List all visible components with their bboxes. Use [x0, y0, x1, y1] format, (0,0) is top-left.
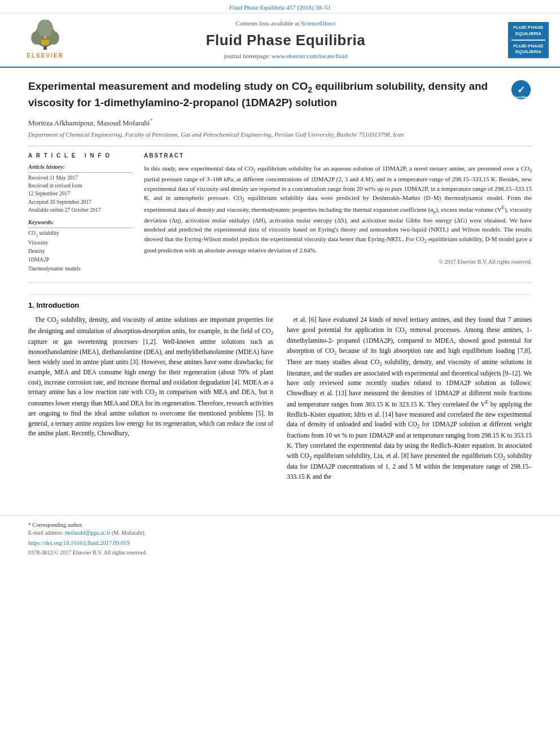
- footer: * Corresponding author. E-mail address: …: [0, 515, 560, 562]
- svg-rect-5: [41, 40, 49, 45]
- journal-bar: Fluid Phase Equilibria 457 (2018) 38–51: [0, 0, 560, 14]
- paper-title: Experimental measurement and modeling st…: [28, 79, 505, 110]
- header: ELSEVIER Contents lists available at Sci…: [0, 14, 560, 67]
- header-center: Contents lists available at ScienceDirec…: [85, 19, 487, 60]
- homepage-link[interactable]: www.elsevier.com/locate/fluid: [272, 53, 347, 59]
- introduction-section: 1. Introduction The CO2 solubility, dens…: [28, 294, 532, 487]
- article-info-col: A R T I C L E I N F O Article history: R…: [28, 152, 133, 273]
- homepage-text: journal homepage:: [224, 53, 272, 59]
- abstract-divider: [28, 282, 532, 283]
- article-history-label: Article history:: [28, 163, 133, 173]
- received-date: Received 11 May 2017: [28, 174, 133, 182]
- copyright-line: © 2017 Elsevier B.V. All rights reserved…: [144, 258, 532, 267]
- abstract-text: In this study, new experimental data of …: [144, 164, 532, 255]
- email-link[interactable]: mofarahi@pgu.ac.ir: [65, 530, 110, 536]
- intro-body: The CO2 solubility, density, and viscosi…: [28, 315, 532, 487]
- svg-text:✓: ✓: [517, 84, 525, 95]
- available-date: Available online 27 October 2017: [28, 206, 133, 214]
- fluid-phase-box: FLUID PHASEEQUILIBRIA▬▬▬▬▬▬▬▬▬▬FLUID PHA…: [508, 22, 549, 58]
- corresponding-label: * Corresponding author.: [28, 522, 83, 528]
- elsevier-logo: ELSEVIER: [11, 20, 79, 60]
- email-suffix: (M. Mofarahi).: [112, 530, 146, 536]
- elsevier-logo-area: ELSEVIER: [11, 20, 85, 60]
- intro-num: 1.: [28, 301, 34, 309]
- intro-label: Introduction: [36, 301, 79, 309]
- author-names: Morteza Afkhamipour, Masoud Mofarahi*: [28, 119, 152, 127]
- title-divider: [28, 146, 532, 146]
- abstract-label: ABSTRACT: [144, 152, 532, 160]
- contents-text: Contents lists available at: [235, 20, 300, 27]
- fluid-phase-logo-area: FLUID PHASEEQUILIBRIA▬▬▬▬▬▬▬▬▬▬FLUID PHA…: [487, 22, 549, 58]
- svg-text:CrossMark: CrossMark: [513, 95, 530, 99]
- intro-para2: et al. [6] have evaluated 24 kinds of no…: [287, 315, 532, 482]
- homepage-line: journal homepage: www.elsevier.com/locat…: [85, 52, 487, 60]
- svg-point-4: [37, 20, 53, 37]
- elsevier-label: ELSEVIER: [27, 52, 63, 60]
- intro-col2: et al. [6] have evaluated 24 kinds of no…: [287, 315, 532, 487]
- svg-rect-6: [43, 38, 47, 40]
- article-dates: Received 11 May 2017 Received in revised…: [28, 174, 133, 214]
- journal-title: Fluid Phase Equilibria: [85, 30, 487, 50]
- keywords-label: Keywords:: [28, 219, 133, 228]
- corresponding-note: * Corresponding author.: [28, 521, 532, 529]
- crossmark-icon: ✓ CrossMark: [510, 79, 532, 101]
- keywords-list: CO2 solubility Viscosity Density 1DMA2P …: [28, 229, 133, 273]
- issn-line: 0378-3812/© 2017 Elsevier B.V. All right…: [28, 549, 532, 557]
- keyword-co2: CO2 solubility: [28, 229, 133, 239]
- paper-content: Experimental measurement and modeling st…: [0, 68, 560, 498]
- accepted-date: Accepted 20 September 2017: [28, 198, 133, 206]
- doi-link[interactable]: https://doi.org/10.1016/j.fluid.2017.09.…: [28, 539, 532, 548]
- sciencedirect-link[interactable]: ScienceDirect: [301, 20, 336, 27]
- abstract-col: ABSTRACT In this study, new experimental…: [144, 152, 532, 273]
- received-revised-label: Received in revised form: [28, 182, 133, 190]
- journal-citation: Fluid Phase Equilibria 457 (2018) 38–51: [229, 4, 331, 11]
- authors: Morteza Afkhamipour, Masoud Mofarahi*: [28, 116, 532, 128]
- intro-title: 1. Introduction: [28, 300, 532, 311]
- intro-para1: The CO2 solubility, density, and viscosi…: [28, 315, 273, 439]
- contents-line: Contents lists available at ScienceDirec…: [85, 19, 487, 28]
- article-info-label: A R T I C L E I N F O: [28, 152, 133, 160]
- revised-date: 12 September 2017: [28, 190, 133, 198]
- email-label: E-mail address:: [28, 530, 65, 536]
- article-info-abstract-row: A R T I C L E I N F O Article history: R…: [28, 152, 532, 273]
- intro-col1: The CO2 solubility, density, and viscosi…: [28, 315, 273, 487]
- elsevier-tree-icon: [20, 20, 71, 51]
- email-line: E-mail address: mofarahi@pgu.ac.ir (M. M…: [28, 529, 532, 537]
- keyword-viscosity: Viscosity: [28, 239, 133, 247]
- paper-title-area: Experimental measurement and modeling st…: [28, 79, 532, 110]
- affiliation: Department of Chemical Engineering, Facu…: [28, 130, 532, 139]
- keyword-thermo: Thermodynamic models: [28, 265, 133, 273]
- keyword-density: Density: [28, 247, 133, 256]
- keyword-1dma2p: 1DMA2P: [28, 256, 133, 264]
